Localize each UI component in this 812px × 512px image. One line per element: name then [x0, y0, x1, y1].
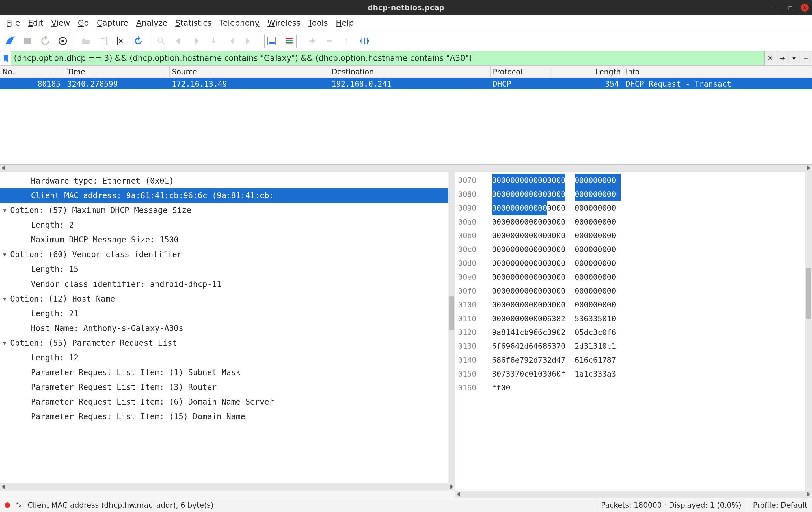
tree-node[interactable]: Parameter Request List Item: (15) Domain…	[0, 409, 448, 424]
menu-tools[interactable]: Tools	[309, 19, 328, 28]
tree-node[interactable]: ▾Option: (57) Maximum DHCP Message Size	[0, 203, 448, 218]
hex-row[interactable]: 0090 00 00 00 00 00 00 00 00 00 00 00 00…	[455, 201, 805, 215]
column-time[interactable]: Time	[65, 66, 170, 77]
find-icon[interactable]	[154, 34, 169, 48]
hex-row[interactable]: 00f0 00 00 00 00 00 00 00 00 00 00 00 00…	[455, 284, 805, 298]
svg-rect-15	[327, 40, 332, 41]
cell-info: DHCP Request - Transact	[624, 79, 812, 89]
packet-details-vscrollbar[interactable]	[448, 172, 455, 483]
hex-row[interactable]: 0080 00 00 00 00 00 00 00 00 00 00 00 00…	[455, 188, 805, 201]
tree-node[interactable]: Parameter Request List Item: (6) Domain …	[0, 395, 448, 409]
menu-view[interactable]: View	[51, 19, 70, 28]
stop-icon[interactable]	[20, 34, 35, 48]
hex-row[interactable]: 0160 ff 00	[455, 381, 805, 395]
edit-icon[interactable]: ✎	[16, 501, 22, 509]
hex-row[interactable]: 00d0 00 00 00 00 00 00 00 00 00 00 00 00…	[455, 257, 805, 271]
column-source[interactable]: Source	[170, 66, 329, 77]
display-filter-input[interactable]	[11, 51, 764, 65]
forward-icon[interactable]	[189, 34, 204, 48]
packet-details-tree[interactable]: Hardware type: Ethernet (0x01) Client MA…	[0, 172, 448, 483]
filter-bookmark-button[interactable]	[0, 51, 11, 65]
menu-edit[interactable]: Edit	[28, 19, 43, 28]
tree-node[interactable]: ▾Option: (60) Vendor class identifier	[0, 247, 448, 262]
cell-len: 354	[550, 79, 624, 89]
menu-analyze[interactable]: Analyze	[136, 19, 167, 28]
packet-bytes-vscrollbar[interactable]	[805, 172, 812, 490]
auto-scroll-icon[interactable]	[264, 34, 279, 48]
goto-first-icon[interactable]	[224, 34, 239, 48]
tree-node[interactable]: Client MAC address: 9a:81:41:cb:96:6c (9…	[0, 189, 448, 203]
tree-node[interactable]: Vendor class identifier: android-dhcp-11	[0, 277, 448, 292]
menu-telephony[interactable]: Telephony	[220, 19, 260, 28]
column-destination[interactable]: Destination	[329, 66, 491, 77]
packet-list[interactable]: 80185 3240.278599 172.16.13.49 192.168.0…	[0, 78, 812, 164]
status-profile[interactable]: Profile: Default	[747, 498, 808, 512]
menu-go[interactable]: Go	[78, 19, 89, 28]
expert-info-icon[interactable]	[4, 502, 10, 508]
menu-wireless[interactable]: Wireless	[267, 19, 300, 28]
packet-bytes-hex[interactable]: 0070 00 00 00 00 00 00 00 00 00 00 00 00…	[455, 172, 805, 490]
hex-row[interactable]: 00c0 00 00 00 00 00 00 00 00 00 00 00 00…	[455, 243, 805, 257]
hex-row[interactable]: 0110 00 00 00 00 00 00 63 82 53 63 35 01…	[455, 312, 805, 326]
tree-node[interactable]: Parameter Request List Item: (3) Router	[0, 380, 448, 395]
zoom-reset-icon[interactable]: 1	[340, 34, 354, 48]
tree-node[interactable]: ▾Option: (55) Parameter Request List	[0, 336, 448, 350]
tree-node[interactable]: ▾Option: (12) Host Name	[0, 292, 448, 306]
zoom-in-icon[interactable]	[305, 34, 319, 48]
filter-clear-button[interactable]: ✕	[764, 51, 776, 65]
packet-row[interactable]: 80185 3240.278599 172.16.13.49 192.168.0…	[0, 78, 812, 89]
svg-rect-11	[286, 41, 293, 43]
menu-capture[interactable]: Capture	[97, 19, 128, 28]
tree-node[interactable]: Hardware type: Ethernet (0x01)	[0, 174, 448, 189]
packet-details-hscrollbar[interactable]	[0, 483, 455, 490]
restart-icon[interactable]	[38, 34, 53, 48]
window-titlebar: dhcp-netbios.pcap	[0, 0, 812, 15]
reload-icon[interactable]	[131, 34, 146, 48]
window-title: dhcp-netbios.pcap	[368, 3, 444, 12]
hex-row[interactable]: 0100 00 00 00 00 00 00 00 00 00 00 00 00…	[455, 298, 805, 312]
column-no[interactable]: No.	[0, 66, 65, 77]
filter-dropdown-button[interactable]: ▾	[788, 51, 800, 65]
tree-node[interactable]: Host Name: Anthony-s-Galaxy-A30s	[0, 321, 448, 336]
back-icon[interactable]	[171, 34, 186, 48]
resize-columns-icon[interactable]	[357, 34, 372, 48]
goto-last-icon[interactable]	[241, 34, 256, 48]
tree-node[interactable]: Length: 15	[0, 262, 448, 277]
filter-add-button[interactable]: ＋	[800, 51, 812, 65]
packet-list-hscrollbar[interactable]	[0, 164, 812, 172]
column-info[interactable]: Info	[624, 66, 812, 77]
options-gear-icon[interactable]	[55, 34, 70, 48]
menu-help[interactable]: Help	[336, 19, 354, 28]
colorize-icon[interactable]	[282, 34, 297, 48]
packet-bytes-hscrollbar[interactable]	[455, 490, 812, 498]
menu-file[interactable]: File	[7, 19, 20, 28]
zoom-out-icon[interactable]	[322, 34, 337, 48]
hex-row[interactable]: 0130 6f 69 64 2d 64 68 63 70 2d 31 31 0c…	[455, 339, 805, 353]
save-file-icon[interactable]	[96, 34, 111, 48]
hex-row[interactable]: 00e0 00 00 00 00 00 00 00 00 00 00 00 00…	[455, 271, 805, 284]
hex-row[interactable]: 00a0 00 00 00 00 00 00 00 00 00 00 00 00…	[455, 215, 805, 229]
main-toolbar: 1	[0, 31, 812, 51]
column-length[interactable]: Length	[550, 66, 624, 77]
cell-src: 172.16.13.49	[170, 79, 329, 89]
filter-apply-button[interactable]: ➔	[776, 51, 788, 65]
tree-node[interactable]: Length: 2	[0, 218, 448, 232]
tree-node[interactable]: Maximum DHCP Message Size: 1500	[0, 232, 448, 247]
menu-statistics[interactable]: Statistics	[175, 19, 211, 28]
column-protocol[interactable]: Protocol	[491, 66, 550, 77]
open-file-icon[interactable]	[78, 34, 93, 48]
hex-row[interactable]: 00b0 00 00 00 00 00 00 00 00 00 00 00 00…	[455, 229, 805, 243]
tree-node[interactable]: Length: 12	[0, 350, 448, 365]
jump-icon[interactable]	[206, 34, 221, 48]
tree-node[interactable]: Parameter Request List Item: (1) Subnet …	[0, 365, 448, 380]
shark-fin-icon[interactable]	[3, 34, 18, 48]
hex-row[interactable]: 0120 9a 81 41 cb 96 6c 39 02 05 dc 3c 0f…	[455, 325, 805, 339]
tree-node[interactable]: Length: 21	[0, 306, 448, 321]
close-file-icon[interactable]	[113, 34, 128, 48]
hex-row[interactable]: 0150 30 73 37 0c 01 03 06 0f 1a 1c 33 3a…	[455, 367, 805, 381]
hex-row[interactable]: 0140 68 6f 6e 79 2d 73 2d 47 61 6c 61 78…	[455, 353, 805, 367]
hex-row[interactable]: 0070 00 00 00 00 00 00 00 00 00 00 00 00…	[455, 174, 805, 188]
window-close-button[interactable]	[801, 4, 809, 11]
window-maximize-button[interactable]	[786, 4, 794, 11]
window-minimize-button[interactable]	[771, 4, 779, 11]
